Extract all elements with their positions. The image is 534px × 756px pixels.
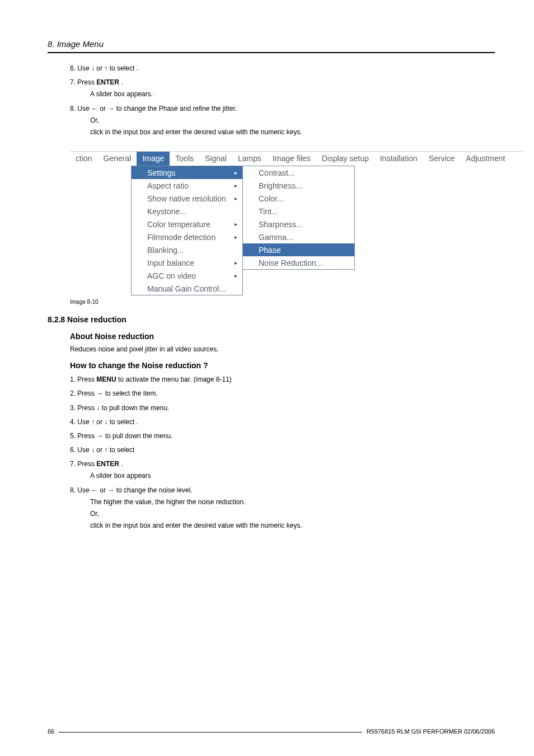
menu-item[interactable]: Signal [199,152,232,166]
dropdown-item[interactable]: Settings▸ [132,166,242,179]
menu-item[interactable]: Lamps [232,152,267,166]
dropdown-item[interactable]: Color temperature▸ [132,218,242,231]
dropdown-item[interactable]: Gamma... [243,231,354,243]
step-b7: 7. Press ENTER . A slider box appears [70,459,495,481]
page-footer: 66 R5976815 RLM G5I PERFORMER 02/06/2006 [48,728,495,735]
item-label: Noise Reduction... [257,259,352,267]
header-rule [48,52,495,53]
menubar: ctionGeneralImageToolsSignalLampsImage f… [70,151,523,166]
dropdown-item[interactable]: Keystone... [132,205,242,218]
menu-item[interactable]: Tools [170,152,199,166]
item-label: Phase [257,246,352,255]
dropdown-item[interactable]: Show native resolution▸ [132,192,242,205]
dropdown-item[interactable]: Brightness... [243,179,354,192]
dropdown-item[interactable]: Noise Reduction... [243,256,354,269]
step-b3: 3. Press ↓ to pull down the menu. [70,403,495,414]
item-label: Gamma... [257,233,352,242]
dropdown-image: Settings▸Aspect ratio▸Show native resolu… [131,166,243,295]
item-label: Settings [146,168,231,177]
item-label: Tint... [257,207,352,216]
dropdown-item[interactable]: Tint... [243,205,354,218]
item-label: Input balance [146,259,231,267]
menu-item[interactable]: Image [137,152,170,166]
item-label: Blanking... [146,246,240,255]
image-caption: Image 8-10 [48,299,495,305]
menu-item[interactable]: Installation [374,152,423,166]
step-b8: 8. Use ← or → to change the noise level.… [70,485,495,532]
dropdown-item[interactable]: Input balance▸ [132,256,242,269]
menu-item[interactable]: Adjustment [460,152,510,166]
submenu-arrow-icon: ▸ [231,221,240,227]
dropdown-item[interactable]: AGC on video▸ [132,269,242,282]
submenu-arrow-icon: ▸ [231,195,240,201]
item-label: Contrast... [257,168,352,177]
dropdown-item[interactable]: Manual Gain Control... [132,282,242,295]
dropdown-item[interactable]: Blanking... [132,243,242,256]
menu-item[interactable]: ction [70,152,98,166]
page-number: 66 [48,728,59,735]
steps-upper: 6. Use ↓ or ↑ to select . 7. Press ENTER… [70,63,495,138]
steps-lower: 1. Press MENU to activate the menu bar. … [70,374,495,531]
dropdown-item[interactable]: Filmmode detection▸ [132,231,242,243]
dropdown-item[interactable]: Contrast... [243,166,354,179]
submenu-arrow-icon: ▸ [231,234,240,240]
menu-item[interactable]: Image files [267,152,316,166]
step-8: 8. Use ← or → to change the Phase and re… [70,104,495,138]
item-label: Color... [257,194,352,203]
submenu-arrow-icon: ▸ [231,273,240,279]
item-label: Sharpness... [257,220,352,229]
dropdown-item[interactable]: Aspect ratio▸ [132,179,242,192]
menu-item[interactable]: Display setup [316,152,374,166]
item-label: AGC on video [146,271,231,280]
submenu-arrow-icon: ▸ [231,182,240,189]
step-b2: 2. Press → to select the item. [70,388,495,399]
dropdown-item[interactable]: Phase [243,243,354,256]
item-label: Show native resolution [146,194,231,203]
section-header: 8. Image Menu [48,34,495,49]
submenu-arrow-icon: ▸ [231,170,240,176]
dropdown-item[interactable]: Color... [243,192,354,205]
item-label: Brightness... [257,181,352,190]
heading-828: 8.2.8 Noise reduction [48,315,495,324]
step-b4: 4. Use ↑ or ↓ to select . [70,417,495,428]
step-b5: 5. Press → to pull down the menu. [70,431,495,442]
item-label: Keystone... [146,207,240,216]
submenu-arrow-icon: ▸ [231,260,240,266]
menu-screenshot: ctionGeneralImageToolsSignalLampsImage f… [70,151,523,295]
footer-rule [59,732,362,732]
howto-heading: How to change the Noise reduction ? [70,361,495,370]
about-text: Reduces noise and pixel jitter in all vi… [70,345,495,353]
menu-item[interactable]: General [98,152,137,166]
step-b6: 6. Use ↓ or ↑ to select [70,445,495,456]
dropdown-item[interactable]: Sharpness... [243,218,354,231]
step-b1: 1. Press MENU to activate the menu bar. … [70,374,495,385]
step-6: 6. Use ↓ or ↑ to select . [70,63,495,74]
item-label: Color temperature [146,220,231,229]
item-label: Manual Gain Control... [146,284,240,293]
item-label: Filmmode detection [146,233,231,242]
menu-item[interactable]: Service [423,152,461,166]
dropdown-settings: Contrast...Brightness...Color...Tint...S… [243,166,355,270]
footer-right: R5976815 RLM G5I PERFORMER 02/06/2006 [362,728,495,735]
item-label: Aspect ratio [146,181,231,190]
about-heading: About Noise reduction [70,332,495,341]
step-7: 7. Press ENTER . A slider box appears. [70,77,495,100]
